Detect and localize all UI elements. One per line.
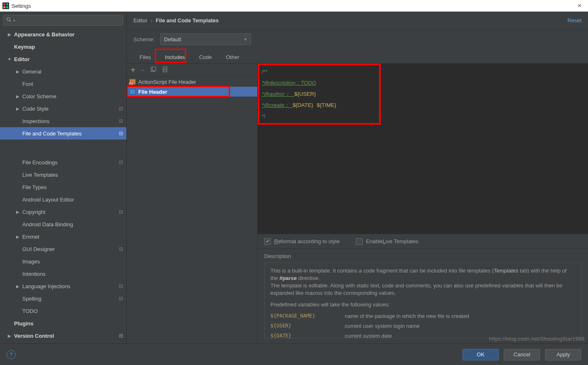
sidebar-item-file-and-code-templates[interactable]: File and Code Templates⊟	[0, 127, 126, 140]
template-item[interactable]: ASActionScript File Header	[127, 77, 257, 87]
breadcrumb-separator: ›	[151, 17, 152, 24]
template-list[interactable]: ASActionScript File HeaderFile Header	[127, 77, 257, 344]
svg-rect-3	[3, 6, 5, 8]
svg-rect-8	[152, 66, 155, 71]
settings-sidebar: ▾ ▶Appearance & BehaviorKeymap▼Editor▶Ge…	[0, 12, 127, 344]
scheme-row: Scheme: Default ▼	[127, 30, 588, 49]
cancel-button[interactable]: Cancel	[504, 349, 540, 360]
window-close-button[interactable]: ×	[574, 2, 586, 9]
sidebar-item-plugins[interactable]: Plugins	[0, 317, 126, 329]
sidebar-item-code-style[interactable]: ▶Code Style⊟	[0, 102, 126, 115]
template-item-label: File Header	[138, 89, 167, 95]
sidebar-item-label: Android Data Binding	[22, 221, 73, 228]
file-icon	[129, 89, 136, 95]
variable-desc: current user system login name	[345, 322, 420, 329]
sidebar-item-emmet[interactable]: ▶Emmet	[0, 230, 126, 243]
sidebar-item-label: Keymap	[14, 44, 35, 50]
tab-code[interactable]: Code	[192, 50, 219, 64]
svg-rect-2	[6, 3, 8, 5]
sidebar-item-font[interactable]: Font	[0, 78, 126, 90]
live-templates-checkbox[interactable]: Enable Live Templates	[356, 238, 418, 245]
sidebar-item-label: General	[22, 69, 41, 75]
add-template-button[interactable]: +	[131, 66, 135, 74]
sidebar-item-file-types[interactable]: File Types	[0, 181, 126, 193]
tab-other[interactable]: Other	[219, 50, 247, 64]
sidebar-item-intentions[interactable]: Intentions	[0, 268, 126, 280]
sidebar-item-inspections[interactable]: Inspections⊟	[0, 115, 126, 127]
ok-button[interactable]: OK	[462, 349, 499, 360]
sidebar-item-android-layout-editor[interactable]: Android Layout Editor	[0, 193, 126, 206]
sidebar-item-label: File and Code Templates	[22, 130, 82, 137]
settings-tree[interactable]: ▶Appearance & BehaviorKeymap▼Editor▶Gene…	[0, 27, 126, 344]
sidebar-item-color-scheme[interactable]: ▶Color Scheme	[0, 90, 126, 102]
description-heading: Description	[264, 253, 581, 259]
help-button[interactable]: ?	[7, 350, 16, 359]
search-input[interactable]: ▾	[3, 15, 123, 26]
sidebar-item-label: File Encodings	[22, 159, 57, 166]
project-scope-icon: ⊟	[119, 106, 123, 111]
template-item[interactable]: File Header	[127, 87, 257, 97]
sidebar-item-general[interactable]: ▶General	[0, 65, 126, 78]
sidebar-item-label: Inspections	[22, 118, 50, 124]
settings-main: Editor › File and Code Templates Reset S…	[127, 12, 588, 344]
sidebar-item-label: Android Layout Editor	[22, 197, 74, 203]
sidebar-item-spelling[interactable]: Spelling⊟	[0, 292, 126, 305]
sidebar-item-label: Editor	[14, 56, 30, 62]
project-scope-icon: ⊟	[119, 296, 123, 301]
sidebar-item-android-data-binding[interactable]: Android Data Binding	[0, 218, 126, 230]
project-scope-icon: ⊟	[119, 159, 123, 165]
template-list-pane: + − ASActionScript File HeaderFile Heade…	[127, 64, 258, 344]
sidebar-item-copyright[interactable]: ▶Copyright⊟	[0, 206, 126, 218]
sidebar-item-label: Language Injections	[22, 283, 70, 289]
sidebar-item-appearance-behavior[interactable]: ▶Appearance & Behavior	[0, 28, 126, 40]
apply-button[interactable]: Apply	[545, 349, 581, 360]
description-text: This is a built-in template. It contains…	[264, 263, 581, 339]
variable-name: ${PACKAGE_NAME}	[270, 313, 328, 320]
expand-arrow-icon: ▶	[15, 69, 21, 74]
scheme-dropdown[interactable]: Default ▼	[160, 33, 251, 45]
chevron-down-icon: ▼	[243, 37, 247, 42]
sidebar-item-label: Copyright	[22, 209, 45, 215]
sidebar-item-keymap[interactable]: Keymap	[0, 40, 126, 53]
refresh-template-button[interactable]	[162, 66, 168, 74]
remove-template-button[interactable]: −	[141, 67, 145, 73]
sidebar-item-gui-designer[interactable]: GUI Designer⊟	[0, 243, 126, 255]
copy-template-button[interactable]	[150, 66, 156, 74]
title-bar: Settings ×	[0, 0, 588, 12]
breadcrumb-root[interactable]: Editor	[133, 17, 147, 24]
sidebar-item-file-encodings[interactable]: File Encodings⊟	[0, 156, 126, 168]
sidebar-item-label: Live Templates	[22, 172, 58, 178]
scheme-value: Default	[164, 36, 181, 43]
variable-desc: name of the package in which the new fil…	[345, 313, 469, 320]
scheme-label: Scheme:	[133, 36, 154, 43]
file-icon: AS	[129, 79, 136, 85]
tab-files[interactable]: Files	[133, 50, 158, 64]
reset-link[interactable]: Reset	[567, 17, 581, 24]
template-editor[interactable]: /** *@description：TODO *@author： ${USER}…	[258, 64, 588, 234]
reformat-checkbox[interactable]: ✔Reformat according to style	[264, 238, 339, 245]
project-scope-icon: ⊟	[119, 118, 123, 124]
highlight-annotation	[0, 140, 87, 156]
expand-arrow-icon: ▶	[7, 334, 12, 338]
expand-arrow-icon: ▶	[15, 94, 21, 99]
sidebar-item-language-injections[interactable]: ▶Language Injections⊟	[0, 280, 126, 292]
sidebar-item-label: File Types	[22, 184, 47, 190]
sidebar-item-images[interactable]: Images	[0, 255, 126, 268]
template-tabs: FilesIncludesCodeOther	[127, 49, 588, 64]
sidebar-item-label: Code Style	[22, 106, 49, 112]
sidebar-item-label: Appearance & Behavior	[14, 31, 75, 38]
checkbox-unchecked-icon	[356, 238, 363, 245]
sidebar-item-editor[interactable]: ▼Editor	[0, 53, 126, 65]
sidebar-item-label: GUI Designer	[22, 246, 55, 252]
sidebar-item-live-templates[interactable]: Live Templates	[0, 168, 126, 181]
sidebar-item-version-control[interactable]: ▶Version Control⊟	[0, 329, 126, 342]
sidebar-item-label: Plugins	[14, 320, 33, 327]
template-toolbar: + −	[127, 64, 257, 77]
project-scope-icon: ⊟	[119, 130, 123, 136]
expand-arrow-icon: ▼	[7, 57, 12, 62]
tab-includes[interactable]: Includes	[158, 50, 192, 64]
sidebar-item-todo[interactable]: TODO	[0, 305, 126, 317]
template-item-label: ActionScript File Header	[138, 79, 196, 85]
sidebar-item-label: Font	[22, 81, 33, 87]
search-dropdown-icon[interactable]: ▾	[13, 18, 15, 23]
